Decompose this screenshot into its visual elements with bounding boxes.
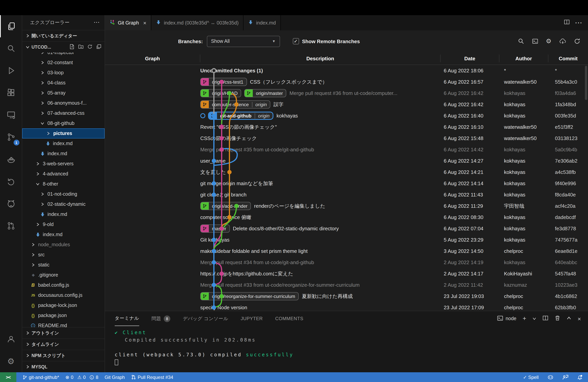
tree-item-readme-md[interactable]: README.md <box>22 320 105 327</box>
tree-item-01-inspector[interactable]: 01-inspector <box>22 53 105 58</box>
copilot-icon[interactable] <box>547 375 554 380</box>
explorer-icon[interactable] <box>0 15 22 37</box>
tree-item-05-array[interactable]: 05-array <box>22 88 105 98</box>
split-editor-icon[interactable] <box>564 19 570 26</box>
collapse-all-icon[interactable] <box>96 44 102 50</box>
bell-icon[interactable] <box>577 374 583 380</box>
tree-item-8-other[interactable]: 8-other <box>22 179 105 189</box>
header-graph[interactable]: Graph <box>105 54 200 62</box>
commit-row[interactable]: Git kokhayas5 Aug 2022 23:29kokhayas7475… <box>105 234 588 245</box>
tree-item-package-json[interactable]: {}package.json <box>22 310 105 320</box>
commit-row[interactable]: Revert "CSSの節の画像チェック"6 Aug 2022 16:10wat… <box>105 121 588 133</box>
github-icon[interactable] <box>0 192 22 215</box>
sidebar-section-mysql[interactable]: MYSQL <box>22 361 105 372</box>
remote-indicator[interactable]: >< <box>0 372 16 382</box>
feedback-icon[interactable] <box>562 374 568 380</box>
tree-item-01-not-coding[interactable]: 01-not-coding <box>22 189 105 199</box>
tree-item-babel-config-js[interactable]: Bbabel.config.js <box>22 280 105 290</box>
sidebar-section--[interactable]: アウトライン <box>22 327 105 339</box>
tree-item--gitignore[interactable]: .gitignore <box>22 270 105 280</box>
tree-item-02-static-dynamic[interactable]: 02-static-dynamic <box>22 199 105 209</box>
settings-icon[interactable]: ⚙ <box>546 38 551 44</box>
commit-row[interactable]: CSSの節の画像チェック6 Aug 2022 15:48waterwalker5… <box>105 133 588 144</box>
undo-history-icon[interactable] <box>0 170 22 192</box>
tree-item-04-class[interactable]: 04-class <box>22 78 105 88</box>
commit-row[interactable]: origin/add-renderrenderのページを編集しました6 Aug … <box>105 200 588 212</box>
new-folder-icon[interactable] <box>78 44 84 50</box>
status-git-graph[interactable]: Git Graph <box>105 374 125 380</box>
header-author[interactable]: Author <box>499 54 548 62</box>
branches-dropdown[interactable]: Show All ▼ <box>207 36 280 47</box>
header-date[interactable]: Date <box>441 54 499 62</box>
commit-row[interactable]: git-and-githuboriginkokhayas6 Aug 2022 1… <box>105 110 588 121</box>
open-editors-section[interactable]: 開いているエディター <box>22 30 105 41</box>
split-terminal-icon[interactable] <box>543 315 548 322</box>
status-problems[interactable]: ⊗0⚠08 <box>65 374 98 380</box>
tree-item-3-web-servers[interactable]: 3-web-servers <box>22 159 105 169</box>
tab-indexmd[interactable]: index.md (003fe35d^ ↔ 003fe35d) <box>151 15 244 30</box>
tree-item-package-lock-json[interactable]: {}package-lock.json <box>22 300 105 310</box>
commit-row[interactable]: origin/HEADorigin/masterMerge pull reque… <box>105 87 588 99</box>
tree-item-02-constant[interactable]: 02-constant <box>22 58 105 68</box>
tree-item-index-md[interactable]: index.md <box>22 209 105 219</box>
remote-explorer-icon[interactable] <box>0 104 22 126</box>
commit-row[interactable]: git cloneとgit branch6 Aug 2022 11:43kokh… <box>105 189 588 200</box>
commit-row[interactable]: Merge pull request #34 from ut-code/git-… <box>105 257 588 268</box>
tree-item-docusaurus-config-js[interactable]: JSdocusaurus.config.js <box>22 290 105 300</box>
new-file-icon[interactable] <box>69 44 75 50</box>
commit-row[interactable]: computer science 俯瞰6 Aug 2022 08:30kokha… <box>105 212 588 223</box>
status-pull-request[interactable]: Pull Request #34 <box>131 374 173 380</box>
terminal-output[interactable]: ✔ ClientCompiled successfully in 202.08m… <box>105 326 588 372</box>
docker-icon[interactable] <box>0 148 22 170</box>
sidebar-section--[interactable]: タイムライン <box>22 339 105 350</box>
search-icon[interactable] <box>518 38 524 44</box>
terminal-dropdown-icon[interactable] <box>532 316 536 322</box>
fetch-icon[interactable] <box>559 38 566 44</box>
tree-item-06-anonymous-f-[interactable]: 06-anonymous-f... <box>22 98 105 108</box>
terminal-icon[interactable] <box>532 38 538 44</box>
commit-row[interactable]: https://.co.jpをhttps://github.comに変えた2 A… <box>105 268 588 279</box>
scrollbar[interactable] <box>585 66 587 100</box>
tree-item-index-md[interactable]: index.md <box>22 230 105 240</box>
tab-git[interactable]: Git Graph× <box>105 15 151 30</box>
tree-item-08-git-github[interactable]: 08-git-github <box>22 118 105 128</box>
commit-row[interactable]: origin/reorganize-for-summer-curriculum夏… <box>105 291 588 302</box>
commit-row[interactable]: origin/css-test1CSS（フレックスボックスまで）6 Aug 20… <box>105 76 588 87</box>
tree-item-9-old[interactable]: 9-old <box>22 219 105 230</box>
tree-item-4-advanced[interactable]: 4-advanced <box>22 169 105 179</box>
refresh-icon[interactable] <box>574 38 580 44</box>
more-actions-icon[interactable]: ··· <box>575 19 583 26</box>
panel-tab-jupyter[interactable]: JUPYTER <box>241 311 263 326</box>
more-actions-icon[interactable]: ··· <box>94 20 100 25</box>
run-debug-icon[interactable] <box>0 60 22 82</box>
panel-tab-comments[interactable]: COMMENTS <box>275 311 303 326</box>
extensions-icon[interactable] <box>0 82 22 104</box>
new-terminal-icon[interactable]: + <box>523 315 526 322</box>
shell-selector[interactable]: node <box>497 315 516 322</box>
show-remote-checkbox[interactable]: ✓ <box>293 38 299 44</box>
kill-terminal-icon[interactable] <box>555 315 560 322</box>
commit-row[interactable]: make sidebar foldable and set prism them… <box>105 245 588 257</box>
panel-tab--[interactable]: デバッグ コンソール <box>183 311 228 326</box>
status-branch[interactable]: git-and-github* <box>22 374 59 380</box>
commit-row[interactable]: specify Node version23 Jul 2022 17:09che… <box>105 302 588 311</box>
tab-indexmd[interactable]: index.md <box>244 15 281 30</box>
tree-item-pictures[interactable]: pictures <box>22 128 105 138</box>
close-icon[interactable]: × <box>143 20 146 26</box>
header-commit[interactable]: Commit <box>548 54 588 62</box>
commit-row[interactable]: Uncommitted Changes (1)6 Aug 2022 18:06*… <box>105 65 588 76</box>
sidebar-section-npm-[interactable]: NPM スクリプト <box>22 350 105 361</box>
maximize-panel-icon[interactable] <box>567 316 571 322</box>
account-icon[interactable] <box>0 328 22 350</box>
tree-item-index-md[interactable]: index.md <box>22 138 105 149</box>
workspace-section-header[interactable]: UTCOD... <box>22 41 105 53</box>
tree-item-static[interactable]: static <box>22 260 105 270</box>
commit-row[interactable]: computer-scienceorigin誤字6 Aug 2022 16:42… <box>105 99 588 110</box>
panel-tab--[interactable]: 問題8 <box>151 311 170 326</box>
commit-row[interactable]: masterDelete docs/8-other/02-static-dyna… <box>105 223 588 234</box>
tree-item-node-modules[interactable]: node_modules <box>22 240 105 250</box>
tree-item-index-md[interactable]: index.md <box>22 149 105 159</box>
tree-item-07-advanced-css[interactable]: 07-advanced-css <box>22 108 105 118</box>
commit-row[interactable]: 文を直した6 Aug 2022 14:21kokhayasa4c538fb <box>105 167 588 178</box>
search-icon[interactable] <box>0 37 22 60</box>
